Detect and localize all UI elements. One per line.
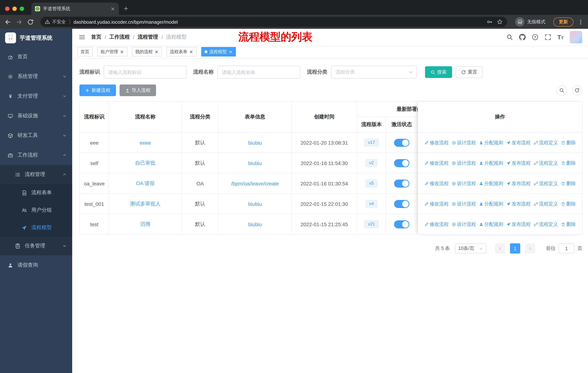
browser-tab[interactable]: 芋道管理系统 <box>31 2 119 15</box>
page-size-select[interactable]: 10条/页 <box>455 243 486 253</box>
sidebar-item-user-group[interactable]: 用户分组 <box>0 202 72 219</box>
form-link[interactable]: biubiu <box>248 160 262 166</box>
search-button[interactable]: 搜索 <box>425 66 452 78</box>
window-zoom-button[interactable] <box>20 7 24 11</box>
toggle-search-button[interactable] <box>557 85 567 95</box>
assign-rule-link[interactable]: 分配规则 <box>479 139 503 146</box>
close-icon[interactable] <box>155 50 158 54</box>
design-process-link[interactable]: 设计流程 <box>452 160 476 166</box>
reset-button[interactable]: 重置 <box>456 66 483 78</box>
active-toggle[interactable] <box>394 139 409 147</box>
breadcrumb-process-mgmt[interactable]: 流程管理 <box>138 34 158 40</box>
tag-tenant-mgmt[interactable]: 租户管理 <box>97 47 127 56</box>
sidebar-item-dev-tools[interactable]: 研发工具 <box>0 126 72 145</box>
help-icon[interactable] <box>532 34 538 40</box>
address-bar[interactable]: 不安全 dashboard.yudao.iocoder.cn/bpm/manag… <box>41 17 507 27</box>
design-process-link[interactable]: 设计流程 <box>452 139 476 146</box>
process-definition-link[interactable]: 流程定义 <box>534 201 558 207</box>
github-icon[interactable] <box>519 34 526 40</box>
fullscreen-icon[interactable] <box>545 34 551 40</box>
delete-process-link[interactable]: 删除 <box>561 221 576 227</box>
password-key-icon[interactable] <box>487 19 493 25</box>
sidebar-item-payment-mgmt[interactable]: ¥ 支付管理 <box>0 86 72 106</box>
process-id-input[interactable] <box>104 66 187 79</box>
modify-process-link[interactable]: 修改流程 <box>424 221 449 227</box>
process-name-link[interactable]: 自己审批 <box>135 160 156 166</box>
sidebar-toggle-icon[interactable] <box>79 34 85 40</box>
process-definition-link[interactable]: 流程定义 <box>534 180 558 187</box>
user-avatar[interactable] <box>570 31 582 43</box>
sidebar-item-process-model[interactable]: 流程模型 <box>0 219 72 236</box>
category-select[interactable]: 流程分类 <box>331 66 417 79</box>
design-process-link[interactable]: 设计流程 <box>452 201 476 207</box>
assign-rule-link[interactable]: 分配规则 <box>479 201 503 207</box>
publish-process-link[interactable]: 发布流程 <box>506 201 531 207</box>
breadcrumb-workflow[interactable]: 工作流程 <box>109 34 130 40</box>
next-page-button[interactable] <box>525 243 535 253</box>
process-name-input[interactable] <box>217 66 300 79</box>
modify-process-link[interactable]: 修改流程 <box>424 139 449 146</box>
tab-close-icon[interactable] <box>110 6 115 11</box>
delete-process-link[interactable]: 删除 <box>561 160 576 166</box>
reload-button[interactable] <box>27 18 34 25</box>
app-logo[interactable]: 芋道管理系统 <box>0 29 72 47</box>
close-icon[interactable] <box>189 50 193 54</box>
active-toggle[interactable] <box>394 179 409 187</box>
publish-process-link[interactable]: 发布流程 <box>506 180 531 187</box>
assign-rule-link[interactable]: 分配规则 <box>479 180 503 187</box>
modify-process-link[interactable]: 修改流程 <box>424 201 449 207</box>
process-name-link[interactable]: 滔博 <box>140 221 150 227</box>
sidebar-item-task-mgmt[interactable]: 任务管理 <box>0 236 72 255</box>
process-name-link[interactable]: OA 请假 <box>136 180 155 187</box>
delete-process-link[interactable]: 删除 <box>561 139 576 146</box>
modify-process-link[interactable]: 修改流程 <box>424 160 449 166</box>
form-link[interactable]: /bpm/oa/leave/create <box>231 181 279 186</box>
sidebar-item-system-mgmt[interactable]: 系统管理 <box>0 67 72 86</box>
design-process-link[interactable]: 设计流程 <box>452 180 476 187</box>
publish-process-link[interactable]: 发布流程 <box>506 221 531 227</box>
process-definition-link[interactable]: 流程定义 <box>534 160 558 166</box>
breadcrumb-home[interactable]: 首页 <box>91 34 101 40</box>
active-toggle[interactable] <box>394 220 409 228</box>
font-size-icon[interactable]: TT <box>557 34 564 40</box>
process-definition-link[interactable]: 流程定义 <box>534 139 558 146</box>
forward-button[interactable] <box>16 18 23 25</box>
refresh-table-button[interactable] <box>572 85 582 95</box>
browser-menu-icon[interactable] <box>578 18 584 25</box>
process-definition-link[interactable]: 流程定义 <box>534 221 558 227</box>
tag-home[interactable]: 首页 <box>77 47 93 56</box>
goto-page-input[interactable] <box>558 243 575 253</box>
window-minimize-button[interactable] <box>12 7 17 11</box>
page-1-button[interactable]: 1 <box>510 243 520 253</box>
tag-process-model[interactable]: 流程模型 <box>201 47 236 56</box>
publish-process-link[interactable]: 发布流程 <box>506 139 531 146</box>
assign-rule-link[interactable]: 分配规则 <box>479 160 503 166</box>
header-search-icon[interactable] <box>506 34 513 40</box>
form-link[interactable]: biubiu <box>248 221 262 227</box>
design-process-link[interactable]: 设计流程 <box>452 221 476 227</box>
assign-rule-link[interactable]: 分配规则 <box>479 221 503 227</box>
modify-process-link[interactable]: 修改流程 <box>424 180 449 187</box>
form-link[interactable]: biubiu <box>248 201 262 207</box>
sidebar-item-infrastructure[interactable]: 基础设施 <box>0 106 72 126</box>
close-icon[interactable] <box>229 50 232 54</box>
sidebar-item-leave-query[interactable]: 请假查询 <box>0 255 72 275</box>
import-process-button[interactable]: 导入流程 <box>120 84 156 96</box>
create-process-button[interactable]: 新建流程 <box>79 84 116 96</box>
back-button[interactable] <box>4 18 11 25</box>
update-button[interactable]: 更新 <box>553 17 573 26</box>
sidebar-item-process-form[interactable]: 流程表单 <box>0 184 72 202</box>
process-name-link[interactable]: eeee <box>140 140 151 146</box>
sidebar-item-process-mgmt[interactable]: 流程管理 <box>0 165 72 184</box>
form-link[interactable]: biubiu <box>248 140 262 146</box>
bookmark-star-icon[interactable] <box>497 19 503 25</box>
active-toggle[interactable] <box>394 159 409 167</box>
window-close-button[interactable] <box>5 7 10 11</box>
active-toggle[interactable] <box>394 200 409 208</box>
tag-process-form[interactable]: 流程表单 <box>167 47 197 56</box>
close-icon[interactable] <box>120 50 124 54</box>
tag-my-process[interactable]: 我的流程 <box>132 47 162 56</box>
prev-page-button[interactable] <box>495 243 505 253</box>
new-tab-button[interactable] <box>123 6 129 11</box>
sidebar-item-workflow[interactable]: 工作流程 <box>0 145 72 165</box>
